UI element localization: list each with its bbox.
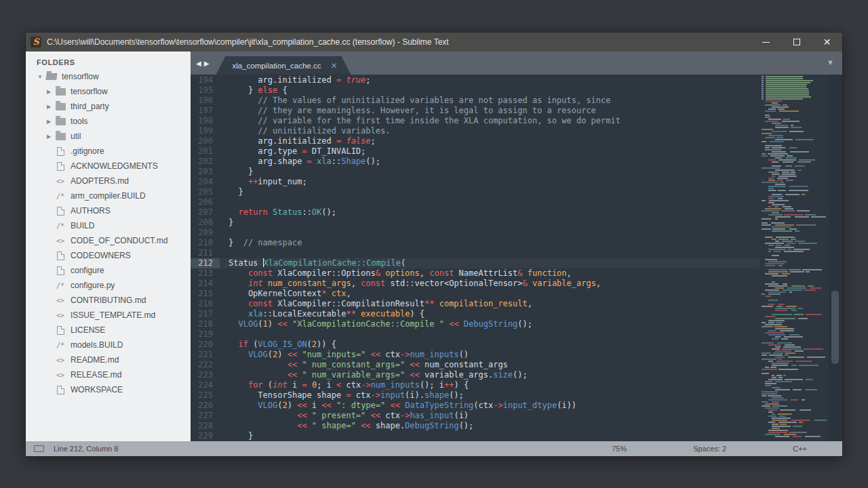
code-line-225[interactable]: 225 TensorShape shape = ctx->input(i).sh… <box>191 390 760 401</box>
sidebar-item-label: util <box>71 131 81 141</box>
code-line-202[interactable]: 202 arg.shape = xla::Shape(); <box>191 157 760 167</box>
sidebar-item-configure[interactable]: configure <box>26 263 191 278</box>
code-text: xla::LocalExecutable** executable) { <box>220 309 760 319</box>
sidebar-item-label: models.BUILD <box>71 340 123 350</box>
fullscreen-icon[interactable] <box>34 445 44 452</box>
minimize-button[interactable] <box>751 33 781 52</box>
code-line-216[interactable]: 216 const XlaCompiler::CompilationResult… <box>191 299 760 309</box>
expand-arrow-icon[interactable]: ▶ <box>45 104 52 110</box>
vertical-scrollbar[interactable] <box>829 75 842 441</box>
code-line-211[interactable]: 211 <box>191 248 760 258</box>
sidebar-item-label: tensorflow <box>62 72 99 81</box>
code-line-218[interactable]: 218 VLOG(1) << "XlaCompilationCache::Com… <box>191 319 760 329</box>
code-line-219[interactable]: 219 <box>191 329 760 340</box>
sidebar-item-workspace[interactable]: WORKSPACE <box>26 382 191 397</box>
code-text: OpKernelContext* ctx, <box>220 289 760 299</box>
minimap[interactable] <box>760 75 829 441</box>
code-text <box>220 228 760 238</box>
line-number: 229 <box>191 431 220 441</box>
sidebar-item-configure-py[interactable]: /*configure.py <box>26 278 191 293</box>
code-line-201[interactable]: 201 arg.type = DT_INVALID; <box>191 146 760 157</box>
sidebar-item-adopters-md[interactable]: <>ADOPTERS.md <box>26 174 191 188</box>
code-line-221[interactable]: 221 VLOG(2) << "num_inputs=" << ctx->num… <box>191 350 760 360</box>
code-line-213[interactable]: 213 const XlaCompiler::Options& options,… <box>191 268 760 279</box>
code-line-214[interactable]: 214 int num_constant_args, const std::ve… <box>191 279 760 289</box>
code-line-212[interactable]: 212Status XlaCompilationCache::Compile( <box>191 258 760 268</box>
sidebar-item-util[interactable]: ▶util <box>26 129 191 144</box>
code-line-205[interactable]: 205 } <box>191 187 760 197</box>
sidebar-item-build[interactable]: /*BUILD <box>26 218 191 233</box>
sidebar-item-codeowners[interactable]: CODEOWNERS <box>26 248 191 263</box>
close-button[interactable]: ✕ <box>812 33 842 52</box>
sidebar-item-tools[interactable]: ▶tools <box>26 114 191 129</box>
code-line-228[interactable]: 228 << " shape=" << shape.DebugString(); <box>191 421 760 431</box>
code-text: VLOG(2) << i << ": dtype=" << DataTypeSt… <box>220 401 760 411</box>
code-line-227[interactable]: 227 << " present=" << ctx->has_input(i) <box>191 411 760 421</box>
code-line-208[interactable]: 208} <box>191 218 760 228</box>
sidebar-item-arm-compiler-build[interactable]: /*arm_compiler.BUILD <box>26 188 191 203</box>
scrollbar-thumb[interactable] <box>831 291 839 364</box>
code-line-209[interactable]: 209 <box>191 228 760 238</box>
status-bar: Line 212, Column 8 75% Spaces: 2 C++ <box>26 441 842 456</box>
code-line-206[interactable]: 206 <box>191 197 760 207</box>
tab-close-icon[interactable]: ✕ <box>330 61 337 70</box>
sidebar-item-license[interactable]: LICENSE <box>26 323 191 338</box>
sidebar-item-release-md[interactable]: <>RELEASE.md <box>26 367 191 382</box>
code-line-200[interactable]: 200 arg.initialized = false; <box>191 136 760 146</box>
tab-scroll-right-icon[interactable]: ▶ <box>204 60 210 67</box>
code-line-220[interactable]: 220 if (VLOG_IS_ON(2)) { <box>191 340 760 350</box>
sidebar-item-authors[interactable]: AUTHORS <box>26 203 191 218</box>
expand-arrow-icon[interactable]: ▶ <box>45 134 52 140</box>
code-line-223[interactable]: 223 << " num_variable_args=" << variable… <box>191 370 760 380</box>
tab-overflow-dropdown-icon[interactable]: ▼ <box>827 58 834 66</box>
sidebar-item-issue-template-md[interactable]: <>ISSUE_TEMPLATE.md <box>26 308 191 323</box>
line-number: 208 <box>191 218 220 228</box>
code-line-207[interactable]: 207 return Status::OK(); <box>191 207 760 218</box>
code-text: } <box>220 431 760 441</box>
sidebar-item-code-of-conduct-md[interactable]: <>CODE_OF_CONDUCT.md <box>26 233 191 248</box>
build-file-icon: /* <box>56 282 64 289</box>
code-line-210[interactable]: 210} // namespace <box>191 238 760 248</box>
indent-setting[interactable]: Spaces: 2 <box>693 445 726 453</box>
line-number: 222 <box>191 360 220 370</box>
sidebar-item-contributing-md[interactable]: <>CONTRIBUTING.md <box>26 293 191 308</box>
collapse-arrow-icon[interactable]: ▼ <box>37 74 43 80</box>
sidebar-item-tensorflow[interactable]: ▶tensorflow <box>26 84 191 99</box>
code-line-195[interactable]: 195 } else { <box>191 85 760 96</box>
sidebar-item-third-party[interactable]: ▶third_party <box>26 99 191 114</box>
minimize-icon <box>762 42 770 43</box>
sidebar-item-acknowledgments[interactable]: ACKNOWLEDGMENTS <box>26 159 191 174</box>
code-line-222[interactable]: 222 << " num_constant_args=" << num_cons… <box>191 360 760 370</box>
open-folder-icon <box>45 73 57 80</box>
code-line-215[interactable]: 215 OpKernelContext* ctx, <box>191 289 760 299</box>
tab-xla-compilation-cache[interactable]: xla_compilation_cache.cc ✕ <box>216 56 351 75</box>
sidebar-item-models-build[interactable]: /*models.BUILD <box>26 338 191 352</box>
code-line-197[interactable]: 197 // they are meaningless. However, it… <box>191 106 760 116</box>
syntax-mode[interactable]: C++ <box>793 445 807 453</box>
sidebar-item-label: AUTHORS <box>71 206 111 216</box>
code-line-224[interactable]: 224 for (int i = 0; i < ctx->num_inputs(… <box>191 380 760 390</box>
file-icon <box>57 386 64 394</box>
expand-arrow-icon[interactable]: ▶ <box>45 119 52 125</box>
code-line-199[interactable]: 199 // uninitialized variables. <box>191 126 760 136</box>
code-area[interactable]: 194 arg.initialized = true;195 } else {1… <box>191 75 760 441</box>
code-text: arg.shape = xla::Shape(); <box>220 157 760 167</box>
code-line-204[interactable]: 204 ++input_num; <box>191 177 760 187</box>
code-line-203[interactable]: 203 } <box>191 167 760 177</box>
editor[interactable]: 194 arg.initialized = true;195 } else {1… <box>191 75 842 441</box>
code-line-196[interactable]: 196 // The values of uninitialized varia… <box>191 96 760 106</box>
code-line-217[interactable]: 217 xla::LocalExecutable** executable) { <box>191 309 760 319</box>
sidebar-item-readme-md[interactable]: <>README.md <box>26 352 191 367</box>
sidebar-item--gitignore[interactable]: .gitignore <box>26 144 191 159</box>
tab-scroll-left-icon[interactable]: ◀ <box>196 60 201 67</box>
maximize-button[interactable] <box>781 33 812 52</box>
line-number: 211 <box>191 248 220 258</box>
code-line-229[interactable]: 229 } <box>191 431 760 441</box>
sidebar-item-tensorflow[interactable]: ▼tensorflow <box>26 69 191 84</box>
code-line-194[interactable]: 194 arg.initialized = true; <box>191 75 760 85</box>
close-icon: ✕ <box>823 37 831 47</box>
code-line-198[interactable]: 198 // variable for the first time insid… <box>191 116 760 126</box>
code-line-226[interactable]: 226 VLOG(2) << i << ": dtype=" << DataTy… <box>191 401 760 411</box>
expand-arrow-icon[interactable]: ▶ <box>45 89 52 95</box>
file-icon <box>57 207 64 216</box>
